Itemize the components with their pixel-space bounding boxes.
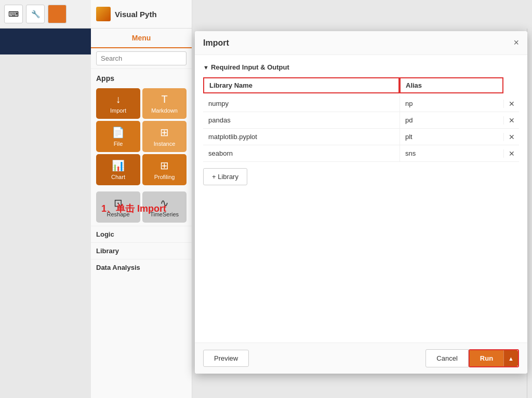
markdown-tile[interactable]: T Markdown: [142, 88, 187, 119]
library-name-cell: numpy: [203, 95, 400, 112]
cancel-button[interactable]: Cancel: [425, 349, 468, 367]
table-row: pandas pd ✕: [203, 112, 519, 129]
required-section-header: Required Input & Output: [203, 63, 519, 71]
instance-icon: ⊞: [160, 126, 169, 139]
library-section[interactable]: Library: [91, 242, 192, 259]
delete-row-button[interactable]: ✕: [503, 133, 519, 141]
tool-button[interactable]: 🔧: [26, 5, 45, 23]
markdown-label: Markdown: [151, 107, 178, 114]
annotation-1: 1、单击 Import: [101, 202, 166, 215]
alias-cell: plt: [400, 129, 503, 145]
table-header: Library Name Alias: [203, 77, 519, 93]
menu-tab[interactable]: Menu: [91, 29, 192, 48]
table-row: matplotlib.pyplot plt ✕: [203, 129, 519, 145]
instance-tile[interactable]: ⊞ Instance: [142, 121, 187, 152]
search-input[interactable]: [96, 51, 187, 65]
app-logo: [96, 7, 111, 21]
chart-label: Chart: [111, 174, 125, 180]
left-panel: Visual Pyth Menu Apps ↓ Import T Markdow…: [91, 0, 192, 398]
modal-body: Required Input & Output Library Name Ali…: [195, 55, 527, 342]
preview-button[interactable]: Preview: [203, 350, 249, 367]
import-label: Import: [110, 107, 126, 114]
delete-row-button[interactable]: ✕: [503, 149, 519, 158]
profiling-icon: ⊞: [160, 159, 169, 172]
chart-tile[interactable]: 📊 Chart: [96, 154, 140, 185]
modal-footer: Preview Cancel Run ▲: [195, 342, 527, 374]
right-strip: [527, 29, 532, 398]
delete-row-button[interactable]: ✕: [503, 116, 519, 125]
alias-cell: np: [400, 95, 503, 112]
table-row: numpy np ✕: [203, 95, 519, 112]
file-icon: 📄: [112, 126, 125, 139]
import-tile[interactable]: ↓ Import: [96, 88, 140, 119]
library-name-header: Library Name: [203, 77, 400, 93]
library-name-cell: pandas: [203, 112, 400, 128]
data-analysis-section[interactable]: Data Analysis: [91, 259, 192, 276]
modal-header: Import ×: [195, 31, 527, 55]
logic-section[interactable]: Logic: [91, 226, 192, 242]
alias-header: Alias: [400, 77, 503, 93]
run-button[interactable]: Run: [470, 350, 503, 366]
top-toolbar: ⌨ 🔧: [0, 0, 91, 29]
orange-button[interactable]: [48, 5, 66, 23]
keyboard-button[interactable]: ⌨: [4, 5, 23, 23]
apps-section-label: Apps: [91, 69, 192, 85]
app-title: Visual Pyth: [115, 10, 157, 19]
required-section-title: Required Input & Output: [211, 63, 289, 71]
file-label: File: [114, 141, 123, 147]
add-library-button[interactable]: + Library: [203, 168, 247, 185]
apps-grid: ↓ Import T Markdown 📄 File ⊞ Instance 📊 …: [91, 85, 192, 188]
run-dropdown-button[interactable]: ▲: [503, 350, 518, 366]
library-name-cell: seaborn: [203, 145, 400, 161]
file-tile[interactable]: 📄 File: [96, 121, 140, 152]
modal-close-button[interactable]: ×: [513, 37, 519, 48]
table-row: seaborn sns ✕: [203, 145, 519, 162]
blue-rectangle: [0, 29, 91, 54]
app-header: Visual Pyth: [91, 0, 192, 29]
instance-label: Instance: [154, 141, 176, 147]
footer-right-buttons: Cancel Run ▲: [425, 349, 519, 367]
import-modal: Import × Required Input & Output Library…: [195, 31, 527, 374]
markdown-icon: T: [161, 93, 167, 105]
profiling-tile[interactable]: ⊞ Profiling: [142, 154, 187, 185]
modal-title: Import: [203, 38, 229, 48]
import-icon: ↓: [116, 93, 121, 105]
delete-row-button[interactable]: ✕: [503, 100, 519, 108]
alias-cell: sns: [400, 145, 503, 161]
chart-icon: 📊: [112, 159, 125, 172]
search-box: [91, 48, 192, 69]
alias-cell: pd: [400, 112, 503, 128]
library-name-cell: matplotlib.pyplot: [203, 129, 400, 145]
profiling-label: Profiling: [154, 174, 175, 180]
run-button-group: Run ▲: [469, 349, 519, 367]
